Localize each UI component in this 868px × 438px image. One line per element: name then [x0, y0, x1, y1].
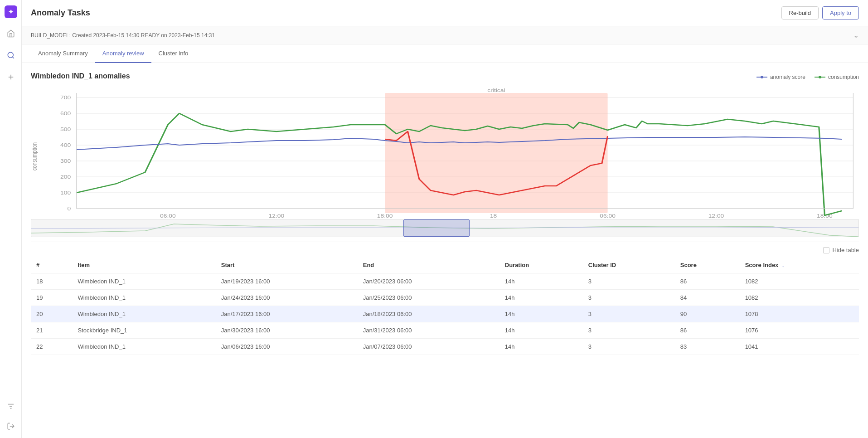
sidebar-item-home[interactable]	[5, 27, 17, 40]
svg-point-9	[761, 76, 763, 78]
cell-score-index: 1082	[740, 273, 859, 290]
col-header-num[interactable]: #	[31, 257, 72, 273]
svg-text:100: 100	[60, 190, 71, 195]
svg-text:500: 500	[60, 127, 71, 132]
svg-text:700: 700	[60, 95, 71, 100]
cell-duration: 14h	[499, 339, 583, 355]
cell-duration: 14h	[499, 273, 583, 290]
svg-text:300: 300	[60, 158, 71, 164]
cell-score: 83	[675, 339, 740, 355]
chart-title: Wimbledon IND_1 anomalies	[31, 72, 130, 80]
svg-text:12:00: 12:00	[268, 213, 284, 219]
cell-cluster-id: 3	[583, 322, 675, 339]
cell-end: Jan/20/2023 06:00	[358, 273, 499, 290]
main-content: Anomaly Tasks Re-build Apply to BUILD_MO…	[22, 0, 868, 438]
cell-num: 18	[31, 273, 72, 290]
build-info-text: BUILD_MODEL: Created 2023-Feb-15 14:30 R…	[31, 32, 215, 39]
cell-cluster-id: 3	[583, 306, 675, 322]
page-header: Anomaly Tasks Re-build Apply to	[22, 0, 868, 26]
cell-start: Jan/30/2023 16:00	[216, 322, 358, 339]
cell-duration: 14h	[499, 322, 583, 339]
cell-score: 86	[675, 322, 740, 339]
table-section: Hide table # Item Start End Duration Clu…	[22, 247, 868, 364]
cell-score-index: 1041	[740, 339, 859, 355]
anomaly-table: # Item Start End Duration Cluster ID Sco…	[31, 257, 859, 355]
cell-item: Wimbledon IND_1	[72, 273, 215, 290]
table-row[interactable]: 21 Stockbridge IND_1 Jan/30/2023 16:00 J…	[31, 322, 859, 339]
col-header-start[interactable]: Start	[216, 257, 358, 273]
tab-cluster-info[interactable]: Cluster info	[151, 44, 196, 63]
cell-score: 84	[675, 290, 740, 306]
cell-score: 86	[675, 273, 740, 290]
svg-text:06:00: 06:00	[160, 213, 176, 219]
chart-section: Wimbledon IND_1 anomalies anomaly score …	[22, 63, 868, 237]
cell-duration: 14h	[499, 306, 583, 322]
chart-area[interactable]: 700 600 500 400 300 200 100 0 consumptio…	[31, 88, 859, 215]
sidebar-item-filter[interactable]	[5, 400, 17, 413]
col-header-duration[interactable]: Duration	[499, 257, 583, 273]
header-actions: Re-build Apply to	[781, 6, 859, 19]
svg-text:600: 600	[60, 111, 71, 116]
cell-item: Stockbridge IND_1	[72, 322, 215, 339]
cell-item: Wimbledon IND_1	[72, 306, 215, 322]
legend-consumption: consumption	[815, 74, 859, 80]
cell-score-index: 1076	[740, 322, 859, 339]
cell-num: 20	[31, 306, 72, 322]
svg-text:critical: critical	[487, 88, 505, 93]
col-header-cluster-id[interactable]: Cluster ID	[583, 257, 675, 273]
svg-point-11	[819, 76, 821, 78]
col-header-score[interactable]: Score	[675, 257, 740, 273]
svg-text:200: 200	[60, 174, 71, 180]
section-divider	[31, 242, 859, 242]
cell-item: Wimbledon IND_1	[72, 290, 215, 306]
chart-navigator[interactable]	[31, 219, 859, 237]
table-row[interactable]: 18 Wimbledon IND_1 Jan/19/2023 16:00 Jan…	[31, 273, 859, 290]
svg-line-1	[12, 57, 14, 58]
apply-to-button[interactable]: Apply to	[822, 6, 859, 19]
sidebar-item-exit[interactable]	[5, 420, 17, 433]
tab-bar: Anomaly Summary Anomaly review Cluster i…	[22, 44, 868, 63]
cell-end: Jan/31/2023 06:00	[358, 322, 499, 339]
sidebar-item-add[interactable]	[5, 71, 17, 83]
cell-score-index: 1078	[740, 306, 859, 322]
cell-start: Jan/06/2023 16:00	[216, 339, 358, 355]
content-area: Anomaly Summary Anomaly review Cluster i…	[22, 44, 868, 438]
sidebar-item-search[interactable]	[5, 49, 17, 62]
cell-cluster-id: 3	[583, 273, 675, 290]
tab-anomaly-summary[interactable]: Anomaly Summary	[31, 44, 95, 63]
svg-text:12:00: 12:00	[708, 213, 724, 219]
page-title: Anomaly Tasks	[31, 8, 90, 18]
svg-text:06:00: 06:00	[600, 213, 616, 219]
svg-rect-36	[385, 93, 607, 213]
col-header-score-index[interactable]: Score Index ↓	[740, 257, 859, 273]
hide-table-checkbox-box[interactable]	[823, 247, 829, 253]
sidebar: ✦	[0, 0, 22, 438]
table-header-row: # Item Start End Duration Cluster ID Sco…	[31, 257, 859, 273]
cell-num: 21	[31, 322, 72, 339]
table-row[interactable]: 20 Wimbledon IND_1 Jan/17/2023 16:00 Jan…	[31, 306, 859, 322]
svg-text:18:00: 18:00	[377, 213, 393, 219]
cell-cluster-id: 3	[583, 339, 675, 355]
svg-point-0	[8, 52, 13, 58]
build-info-bar: BUILD_MODEL: Created 2023-Feb-15 14:30 R…	[22, 26, 868, 44]
cell-duration: 14h	[499, 290, 583, 306]
cell-start: Jan/17/2023 16:00	[216, 306, 358, 322]
cell-item: Wimbledon IND_1	[72, 339, 215, 355]
table-row[interactable]: 22 Wimbledon IND_1 Jan/06/2023 16:00 Jan…	[31, 339, 859, 355]
hide-table-toggle[interactable]: Hide table	[823, 247, 859, 253]
rebuild-button[interactable]: Re-build	[781, 6, 819, 19]
cell-score: 90	[675, 306, 740, 322]
cell-start: Jan/24/2023 16:00	[216, 290, 358, 306]
cell-end: Jan/18/2023 06:00	[358, 306, 499, 322]
legend-anomaly-score: anomaly score	[756, 74, 805, 80]
sort-desc-icon: ↓	[782, 263, 785, 268]
expand-icon[interactable]: ⌄	[853, 31, 859, 39]
col-header-end[interactable]: End	[358, 257, 499, 273]
table-toolbar: Hide table	[31, 247, 859, 253]
table-row[interactable]: 19 Wimbledon IND_1 Jan/24/2023 16:00 Jan…	[31, 290, 859, 306]
chart-legend: anomaly score consumption	[756, 74, 859, 80]
svg-text:consumption: consumption	[31, 142, 38, 170]
col-header-item[interactable]: Item	[72, 257, 215, 273]
svg-text:18: 18	[490, 213, 497, 219]
tab-anomaly-review[interactable]: Anomaly review	[95, 44, 151, 63]
